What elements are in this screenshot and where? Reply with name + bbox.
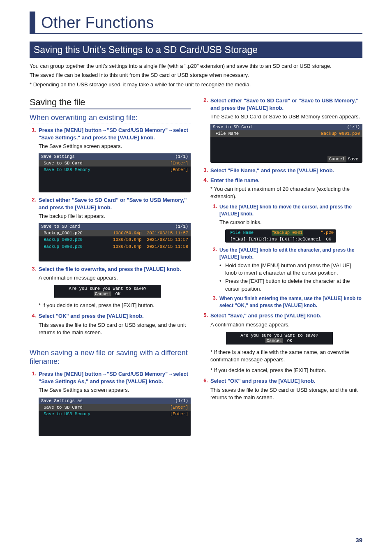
save-settings-screen: Save Settings(1/1) Save to SD Card[Enter… (39, 153, 191, 192)
ow-step3-body: A confirmation message appears. (39, 274, 191, 282)
intro-p2: The saved file can be loaded into this u… (30, 71, 362, 79)
r-step6-body: This saves the file to the SD card or US… (210, 386, 362, 401)
step-num: 2. (201, 97, 210, 112)
page-title-bar: Other Functions (30, 12, 362, 34)
cancel-button: Cancel (265, 338, 284, 343)
ow-step2-body: The backup file list appears. (39, 213, 191, 220)
saving-file-heading: Saving the file (30, 97, 191, 109)
ow-step2-title: Select either "Save to SD Card" or "Save… (39, 197, 191, 211)
step-num: 3. (30, 266, 39, 273)
r-step5-n2: If you decide to cancel, press the [EXIT… (210, 367, 362, 374)
page-number: 39 (355, 536, 362, 543)
r-sub1-body: The cursor blinks. (219, 219, 362, 226)
overwriting-heading: When overwriting an existing file: (30, 113, 191, 123)
r-step3-title: Select "File Name," and press the [VALUE… (210, 167, 334, 174)
step-num: 3. (201, 167, 210, 174)
sub-num: 3. (210, 295, 219, 309)
r-step4-note: You can input a maximum of 20 characters… (210, 185, 362, 200)
confirm-dialog-2: Are you sure you want to save? Cancel OK (226, 332, 333, 345)
filename-edit-screen: File Name"Backup_0001".p20 [MENU]+[ENTER… (225, 229, 336, 243)
r-step5-body: A confirmation message appears. (210, 321, 362, 328)
r-step6-title: Select "OK" and press the [VALUE] knob. (210, 377, 316, 385)
step-num: 2. (30, 197, 39, 211)
r-sub2-b1: Hold down the [MENU] button and press th… (219, 262, 362, 277)
ok-button: OK (286, 338, 294, 343)
nf-step1-title: Press the [MENU] button→"SD Card/USB Mem… (39, 370, 191, 385)
r-step2-title: Select either "Save to SD Card" or "Save… (210, 97, 362, 112)
backup-list-screen: Save to SD Card(1/1) Backup_0001.p201080… (39, 223, 191, 261)
sub-num: 2. (210, 247, 219, 261)
save-to-sd-screen: Save to SD Card(1/1) File NameBackup_000… (210, 124, 362, 163)
step-num: 5. (201, 312, 210, 319)
r-sub3-title: When you finish entering the name, use t… (219, 295, 362, 309)
page-title: Other Functions (41, 14, 362, 32)
right-column: 2.Select either "Save to SD Card" or "Sa… (201, 97, 362, 441)
step-num: 4. (30, 312, 39, 320)
section-title: Saving this Unit's Settings to a SD Card… (30, 43, 362, 58)
ow-step3-note: If you decide to cancel, press the [EXIT… (39, 302, 191, 309)
save-settings-as-screen: Save Settings as(1/1) Save to SD Card[En… (39, 398, 191, 437)
step-num: 1. (30, 370, 39, 385)
confirm-dialog: Are you sure you want to save? Cancel OK (54, 285, 161, 298)
section-bar: Saving this Unit's Settings to a SD Card… (30, 42, 362, 58)
sub-num: 1. (210, 204, 219, 217)
r-sub2-title: Use the [VALUE] knob to edit the charact… (219, 247, 362, 261)
newfile-heading: When saving a new file or saving with a … (30, 349, 191, 367)
intro-note: Depending on the USB storage used, it ma… (30, 81, 362, 89)
ow-step1-title: Press the [MENU] button→"SD Card/USB Mem… (39, 127, 191, 141)
r-sub1-title: Use the [VALUE] knob to move the cursor,… (219, 204, 362, 217)
ow-step1-body: The Save Settings screen appears. (39, 143, 191, 150)
left-column: Saving the file When overwriting an exis… (30, 97, 191, 441)
step-num: 1. (30, 127, 39, 141)
intro-p1: You can group together the unit's settin… (30, 62, 362, 70)
step-num: 4. (201, 177, 210, 184)
ow-step4-body: This saves the file to the SD card or US… (39, 321, 191, 336)
ow-step4-title: Select "OK" and press the [VALUE] knob. (39, 312, 144, 320)
cancel-button: Cancel (94, 291, 112, 296)
r-sub2-b2: Press the [EXIT] button to delete the ch… (219, 278, 362, 292)
nf-step1-body: The Save Settings as screen appears. (39, 386, 191, 394)
step-num: 6. (201, 377, 210, 385)
r-step2-body: The Save to SD Card or Save to USB Memor… (210, 113, 362, 120)
r-step5-n1: If there is already a file with the same… (210, 349, 362, 363)
ow-step3-title: Select the file to overwrite, and press … (39, 266, 181, 273)
r-step5-title: Select "Save," and press the [VALUE] kno… (210, 312, 321, 319)
ok-button: OK (114, 291, 122, 296)
r-step4-title: Enter the file name. (210, 177, 260, 184)
intro-block: You can group together the unit's settin… (30, 62, 362, 89)
